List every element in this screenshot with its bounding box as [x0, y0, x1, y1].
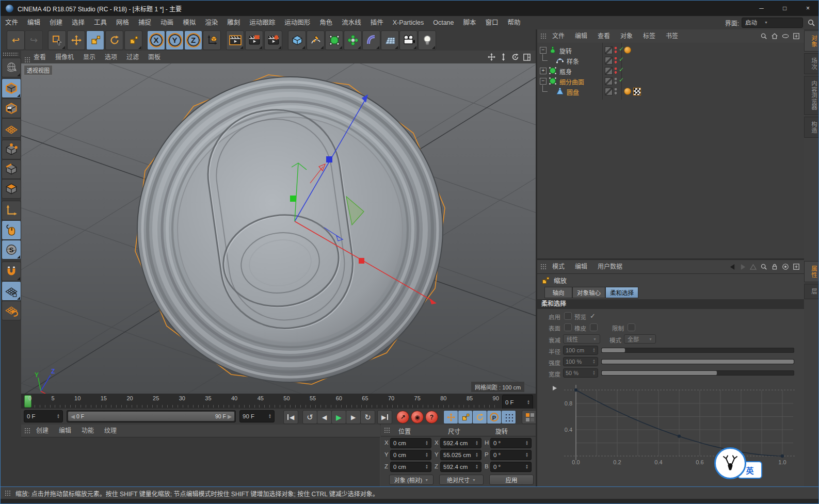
target-icon[interactable]	[782, 263, 789, 270]
object-manager-menu-item[interactable]: 文件	[547, 30, 570, 42]
play-button[interactable]: ▶	[331, 410, 346, 424]
viewport-canvas[interactable]: Y Z X	[21, 63, 536, 394]
lock-icon[interactable]	[771, 263, 778, 270]
visibility-dots-icon[interactable]	[614, 67, 617, 74]
menu-item[interactable]: 创建	[45, 17, 67, 29]
object-manager-menu-item[interactable]: 编辑	[570, 30, 592, 42]
key-rotation-toggle[interactable]	[472, 410, 487, 424]
collapse-icon[interactable]: −	[540, 78, 547, 85]
viewport-solo-button[interactable]	[2, 220, 21, 240]
search-icon[interactable]	[760, 263, 767, 270]
menu-item[interactable]: 模拟	[178, 17, 200, 29]
falloff-dropdown[interactable]: 线性	[563, 334, 600, 344]
menu-item[interactable]: 编辑	[23, 17, 45, 29]
last-used-tool[interactable]	[124, 30, 142, 50]
preview-check-icon[interactable]: ✓	[590, 312, 596, 320]
surface-checkbox[interactable]	[564, 323, 572, 331]
frame-range-slider[interactable]: ◀ 0 F90 F ▶	[67, 410, 236, 422]
size-x-field[interactable]: 592.4 cm	[440, 438, 481, 448]
rubber-checkbox[interactable]	[590, 323, 598, 331]
position-y-field[interactable]: 0 cm	[390, 450, 431, 460]
render-view-button[interactable]	[226, 30, 244, 50]
menu-item[interactable]: 捕捉	[134, 17, 156, 29]
start-frame-field[interactable]: 0 F	[24, 410, 63, 422]
size-z-field[interactable]: 592.4 cm	[440, 462, 481, 472]
panel-tab[interactable]: 层	[804, 284, 819, 299]
object-manager-menu-item[interactable]: 书签	[661, 30, 683, 42]
spinner-icon[interactable]	[268, 414, 271, 419]
end-frame-field[interactable]: 90 F	[239, 410, 275, 422]
width-slider[interactable]	[601, 370, 794, 376]
record-keyframe-button[interactable]: ↗	[396, 411, 409, 424]
enabled-check-icon[interactable]	[619, 56, 624, 63]
coordinate-system-button[interactable]	[203, 30, 221, 50]
previous-frame-button[interactable]: ◀	[317, 410, 332, 424]
material-tag-icon[interactable]	[624, 46, 631, 54]
add-icon[interactable]	[793, 32, 800, 40]
search-icon[interactable]	[760, 32, 767, 40]
material-menu-item[interactable]: 创建	[31, 425, 54, 437]
goto-end-button[interactable]: ▶	[377, 410, 392, 424]
undo-button[interactable]: ↩	[7, 30, 25, 50]
apply-button[interactable]: 应用	[489, 475, 534, 485]
add-array-button[interactable]	[344, 30, 362, 50]
object-manager-menu-item[interactable]: 对象	[615, 30, 638, 42]
layer-icon[interactable]	[605, 57, 613, 64]
key-parameter-toggle[interactable]: P	[487, 410, 502, 424]
material-menu-item[interactable]: 纹理	[99, 425, 122, 437]
key-scale-toggle[interactable]	[458, 410, 473, 424]
attribute-menu-item[interactable]: 编辑	[570, 261, 592, 273]
layer-icon[interactable]	[605, 77, 613, 85]
view-label[interactable]: 透视视图	[24, 65, 53, 75]
falloff-curve-graph[interactable]: 0.8 0.4 0.0 0.2 0.4 0.6 0.8 1.0	[537, 382, 804, 485]
rotate-tool[interactable]	[105, 30, 123, 50]
viewport-menu-item[interactable]: 选项	[100, 51, 122, 63]
object-row-disc[interactable]: 圆盘	[537, 86, 804, 96]
polygons-mode-button[interactable]	[2, 179, 21, 199]
ime-logo[interactable]	[714, 447, 746, 479]
maximize-button[interactable]: □	[773, 1, 796, 16]
object-row-bottle-body[interactable]: + 瓶身	[537, 66, 804, 76]
coordinates-grip[interactable]	[384, 427, 391, 434]
search-icon[interactable]	[807, 19, 815, 27]
zoom-view-icon[interactable]	[500, 53, 507, 61]
lock-z-axis-button[interactable]: Z	[184, 30, 202, 50]
orbit-view-icon[interactable]	[511, 53, 519, 61]
visibility-dots-icon[interactable]	[614, 88, 617, 95]
add-cube-button[interactable]	[288, 30, 306, 50]
attribute-tab[interactable]: 柔和选择	[605, 287, 638, 298]
width-field[interactable]: 50 %	[563, 368, 598, 378]
collapse-icon[interactable]: −	[540, 47, 547, 54]
magnet-snap-button[interactable]	[2, 262, 21, 281]
next-frame-button[interactable]: ▶	[346, 410, 361, 424]
coordinate-mode-dropdown[interactable]: 对象 (相对)	[389, 475, 433, 485]
object-manager-grip[interactable]	[540, 33, 547, 40]
menu-item[interactable]: 插件	[366, 17, 388, 29]
lock-y-axis-button[interactable]: Y	[166, 30, 184, 50]
viewport-menu-item[interactable]: 显示	[78, 51, 100, 63]
add-camera-button[interactable]	[399, 30, 417, 50]
radius-slider[interactable]	[601, 348, 794, 353]
spinner-icon[interactable]	[57, 414, 60, 419]
rotation-b-field[interactable]: 0 °	[490, 462, 532, 472]
gizmo-y-handle[interactable]	[290, 196, 296, 202]
layer-icon[interactable]	[605, 46, 613, 54]
model-mode-button[interactable]	[2, 78, 21, 98]
material-menu-item[interactable]: 功能	[76, 425, 99, 437]
add-bend-button[interactable]	[362, 30, 380, 50]
material-tag-icon[interactable]	[624, 88, 631, 95]
panel-tab[interactable]: 对象	[804, 30, 819, 52]
menu-item[interactable]: Octane	[428, 17, 458, 29]
object-row-spline[interactable]: 样条	[537, 55, 804, 66]
render-settings-button[interactable]	[264, 30, 282, 50]
close-button[interactable]: ×	[796, 1, 819, 16]
viewport-menu-item[interactable]: 面板	[143, 51, 165, 63]
enabled-check-icon[interactable]	[619, 76, 624, 84]
panel-tab[interactable]: 内容浏览器	[804, 76, 819, 115]
render-to-picture-viewer-button[interactable]	[245, 30, 263, 50]
snap-button[interactable]: S	[2, 240, 21, 259]
sidebar-grip[interactable]	[3, 52, 18, 56]
add-subdivision-surface-button[interactable]	[325, 30, 343, 50]
limit-checkbox[interactable]	[628, 323, 635, 331]
goto-start-button[interactable]: ◀	[283, 410, 298, 424]
